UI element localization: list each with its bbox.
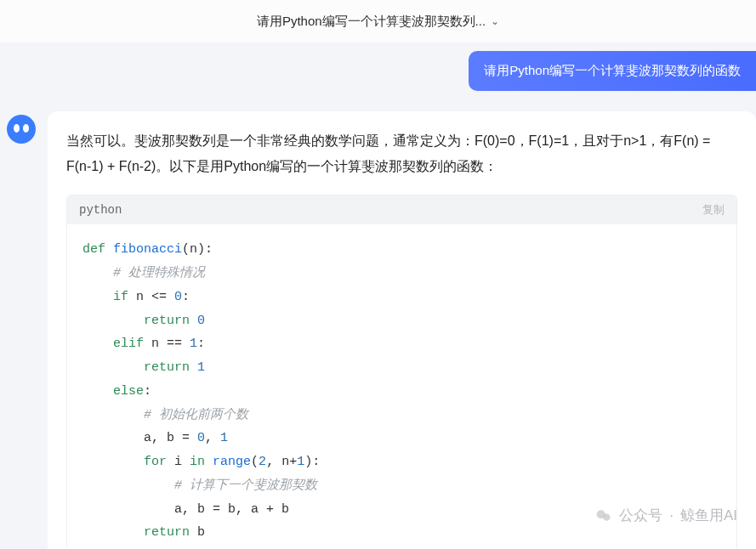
- chevron-down-icon: ⌄: [491, 15, 499, 27]
- assistant-row: 当然可以。斐波那契数列是一个非常经典的数学问题，通常定义为：F(0)=0，F(1…: [0, 111, 756, 550]
- code-body[interactable]: def fibonacci(n): # 处理特殊情况 if n <= 0: re…: [67, 224, 736, 549]
- conversation-title: 请用Python编写一个计算斐波那契数列...: [257, 14, 486, 30]
- assistant-card: 当然可以。斐波那契数列是一个非常经典的数学问题，通常定义为：F(0)=0，F(1…: [48, 111, 756, 550]
- copy-button[interactable]: 复制: [702, 202, 725, 218]
- assistant-avatar: [7, 115, 36, 144]
- user-message-row: 请用Python编写一个计算斐波那契数列的函数: [0, 51, 756, 91]
- code-block: python 复制 def fibonacci(n): # 处理特殊情况 if …: [66, 195, 737, 549]
- assistant-response-text: 当然可以。斐波那契数列是一个非常经典的数学问题，通常定义为：F(0)=0，F(1…: [66, 128, 737, 180]
- title-dropdown[interactable]: 请用Python编写一个计算斐波那契数列... ⌄: [257, 14, 499, 30]
- topbar: 请用Python编写一个计算斐波那契数列... ⌄: [0, 0, 756, 42]
- user-message-bubble: 请用Python编写一个计算斐波那契数列的函数: [469, 51, 756, 91]
- user-message-text: 请用Python编写一个计算斐波那契数列的函数: [484, 63, 741, 77]
- code-header: python 复制: [67, 195, 736, 224]
- code-language-label: python: [79, 203, 122, 217]
